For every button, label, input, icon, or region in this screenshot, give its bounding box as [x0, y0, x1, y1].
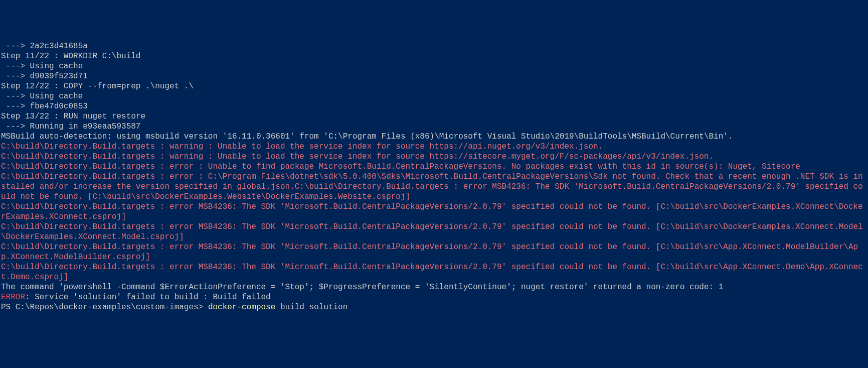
warning-line: C:\build\Directory.Build.targets : warni…: [1, 142, 867, 152]
output-line: Step 12/22 : COPY --from=prep .\nuget .\: [1, 81, 867, 91]
error-summary-line: ERROR: Service 'solution' failed to buil…: [1, 292, 867, 302]
output-line: ---> d9039f523d71: [1, 71, 867, 81]
output-line: Step 11/22 : WORKDIR C:\build: [1, 51, 867, 61]
output-line: ---> Running in e93eaa593587: [1, 121, 867, 132]
output-line: ---> 2a2c3d41685a: [1, 41, 867, 51]
error-message: : Service 'solution' failed to build : B…: [25, 293, 271, 302]
error-line: C:\build\Directory.Build.targets : error…: [1, 262, 867, 282]
output-line: ---> Using cache: [1, 61, 867, 71]
warning-line: C:\build\Directory.Build.targets : warni…: [1, 152, 867, 162]
output-line: Step 13/22 : RUN nuget restore: [1, 111, 867, 121]
error-line: C:\build\Directory.Build.targets : error…: [1, 222, 867, 242]
ps-prompt: PS C:\Repos\docker-examples\custom-image…: [1, 303, 208, 312]
output-line: ---> Using cache: [1, 91, 867, 101]
output-line: ---> fbe47d0c0853: [1, 101, 867, 111]
command-name: docker-compose: [208, 303, 275, 312]
terminal-output[interactable]: ---> 2a2c3d41685aStep 11/22 : WORKDIR C:…: [1, 41, 867, 312]
output-line: The command 'powershell -Command $ErrorA…: [1, 282, 867, 292]
output-line: MSBuild auto-detection: using msbuild ve…: [1, 132, 867, 142]
error-label: ERROR: [1, 293, 25, 302]
command-args: build solution: [275, 303, 348, 312]
error-line: C:\build\Directory.Build.targets : error…: [1, 242, 867, 262]
error-line: C:\build\Directory.Build.targets : error…: [1, 162, 867, 172]
prompt-line[interactable]: PS C:\Repos\docker-examples\custom-image…: [1, 302, 867, 312]
error-line: C:\build\Directory.Build.targets : error…: [1, 172, 867, 202]
error-line: C:\build\Directory.Build.targets : error…: [1, 202, 867, 222]
